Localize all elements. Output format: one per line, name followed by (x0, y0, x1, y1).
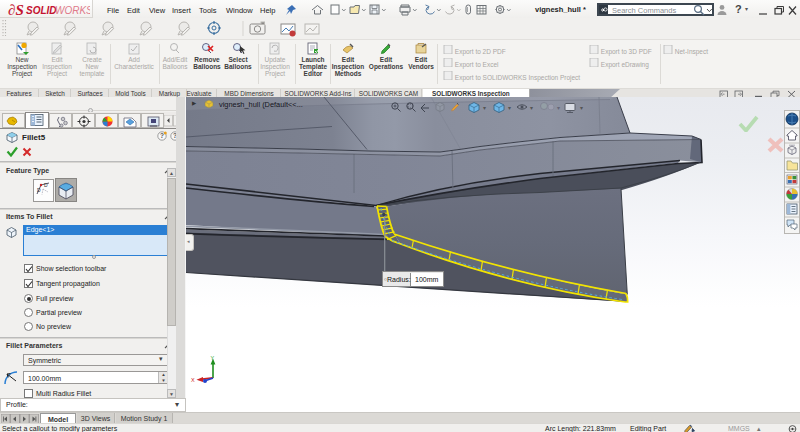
svg-text:▾: ▾ (508, 105, 511, 111)
svg-text:WORKS: WORKS (55, 5, 90, 16)
svg-text:SOLID: SOLID (26, 5, 57, 16)
svg-text:▾: ▾ (530, 105, 533, 111)
svg-text:D: D (44, 182, 48, 188)
svg-text:D: D (37, 187, 41, 193)
svg-text:▾: ▾ (580, 105, 583, 111)
svg-text:▾: ▾ (557, 105, 560, 111)
svg-text:∂S: ∂S (8, 2, 24, 18)
svg-text:X: X (191, 377, 195, 383)
svg-text:?: ? (160, 132, 164, 139)
svg-text:▾: ▾ (483, 105, 486, 111)
svg-text:Y: Y (211, 355, 215, 361)
